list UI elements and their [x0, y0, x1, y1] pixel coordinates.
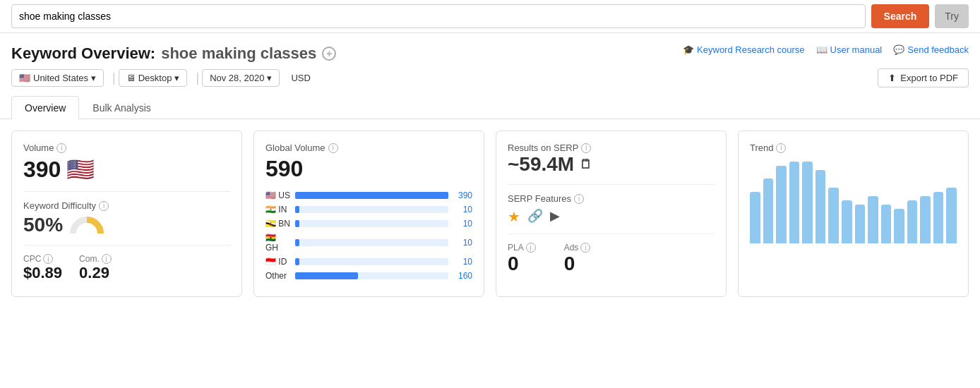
trend-info-icon[interactable]: i — [776, 143, 786, 153]
trend-chart — [750, 162, 957, 246]
bar-fill — [295, 206, 299, 213]
date-filter[interactable]: Nov 28, 2020 ▾ — [202, 69, 280, 87]
page-header: Keyword Overview: shoe making classes + … — [0, 33, 980, 63]
com-label: Com. i — [79, 254, 112, 264]
com-info-icon[interactable]: i — [102, 254, 112, 264]
trend-bar — [920, 196, 931, 243]
tab-bulk-analysis[interactable]: Bulk Analysis — [79, 96, 164, 119]
volume-card: Volume i 390 🇺🇸 Keyword Difficulty i 50%… — [11, 131, 242, 297]
bar-count: 10 — [453, 257, 472, 267]
cpc-label-text: CPC — [23, 254, 41, 264]
difficulty-row: 50% — [23, 214, 230, 236]
trend-bar — [776, 166, 787, 243]
separator-2: | — [196, 71, 199, 85]
volume-info-icon[interactable]: i — [56, 143, 66, 153]
bar-row-id: 🇮🇩 ID 10 — [265, 257, 472, 267]
bar-row-gh: 🇬🇭 GH 10 — [265, 233, 472, 253]
secondary-search-button[interactable]: Try — [935, 4, 969, 28]
cards-area: Volume i 390 🇺🇸 Keyword Difficulty i 50%… — [0, 119, 980, 308]
bar-count: 390 — [453, 190, 472, 200]
trend-bar-wrap — [828, 162, 839, 243]
trend-label-text: Trend — [750, 143, 773, 153]
trend-bar — [881, 205, 892, 243]
serp-number: ~59.4M — [508, 153, 574, 176]
us-flag-inline: 🇺🇸 — [66, 156, 95, 183]
country-filter[interactable]: 🇺🇸 United States ▾ — [11, 69, 104, 87]
bar-fill — [295, 258, 299, 265]
bar-row-in: 🇮🇳 IN 10 — [265, 205, 472, 214]
serp-feature-icons: ★ 🔗 ▶ — [508, 208, 715, 225]
export-to-pdf-button[interactable]: ⬆ Export to PDF — [878, 68, 969, 87]
bar-fill — [295, 239, 299, 246]
ads-info-icon[interactable]: i — [580, 243, 590, 253]
cpc-label: CPC i — [23, 254, 62, 264]
page-title: Keyword Overview: shoe making classes + — [11, 44, 336, 63]
divider-2 — [23, 245, 230, 245]
serp-table-icon: 🗒 — [580, 157, 592, 172]
trend-bar — [802, 162, 813, 243]
chat-icon: 💬 — [893, 44, 904, 55]
course-link-label: Keyword Research course — [697, 44, 804, 55]
serp-features-info-icon[interactable]: i — [574, 194, 584, 204]
search-input[interactable] — [11, 4, 866, 28]
difficulty-label-text: Keyword Difficulty — [23, 200, 96, 211]
header-title-area: Keyword Overview: shoe making classes + — [11, 44, 336, 63]
serp-info-icon[interactable]: i — [581, 143, 591, 153]
trend-bar-wrap — [855, 162, 866, 243]
trend-bar-wrap — [946, 162, 957, 243]
separator-1: | — [112, 71, 116, 85]
pla-ads-row: PLA i 0 Ads i 0 — [508, 243, 715, 275]
serp-features-text: SERP Features — [508, 193, 571, 204]
device-filter[interactable]: 🖥 Desktop ▾ — [119, 69, 188, 87]
global-volume-card: Global Volume i 590 🇺🇸 US 390 🇮🇳 IN 10 🇧… — [253, 131, 484, 297]
serp-card: Results on SERP i ~59.4M 🗒 SERP Features… — [496, 131, 727, 297]
global-volume-label: Global Volume i — [265, 143, 472, 153]
header-links: 🎓 Keyword Research course 📖 User manual … — [683, 44, 969, 55]
ads-col: Ads i 0 — [564, 243, 591, 275]
difficulty-label: Keyword Difficulty i — [23, 200, 230, 211]
trend-bar-wrap — [802, 162, 813, 243]
volume-value: 390 🇺🇸 — [23, 156, 230, 183]
volume-label: Volume i — [23, 143, 230, 153]
add-keyword-icon[interactable]: + — [322, 47, 336, 61]
bar-fill — [295, 192, 448, 199]
bar-flag: 🇮🇳 IN — [265, 205, 291, 214]
pla-col: PLA i 0 — [508, 243, 536, 275]
subheader: 🇺🇸 United States ▾ | 🖥 Desktop ▾ | Nov 2… — [0, 63, 980, 87]
difficulty-info-icon[interactable]: i — [99, 201, 109, 211]
trend-bar — [946, 188, 957, 243]
trend-bar-wrap — [776, 162, 787, 243]
tab-overview[interactable]: Overview — [11, 96, 79, 119]
trend-bar-wrap — [920, 162, 931, 243]
bar-flag: Other — [265, 271, 291, 281]
trend-bar — [763, 178, 774, 243]
search-button[interactable]: Search — [871, 4, 930, 28]
top-bar: Search Try — [0, 0, 980, 33]
ads-label: Ads i — [564, 243, 591, 253]
bar-count: 160 — [453, 271, 472, 281]
cpc-value: $0.89 — [23, 264, 62, 282]
send-feedback-link[interactable]: 💬 Send feedback — [893, 44, 969, 55]
trend-bar — [789, 162, 800, 243]
global-volume-info-icon[interactable]: i — [328, 143, 338, 153]
trend-bar — [855, 205, 866, 243]
bar-count: 10 — [453, 238, 472, 248]
bar-flag: 🇺🇸 US — [265, 190, 291, 200]
user-manual-link[interactable]: 📖 User manual — [816, 44, 883, 55]
cpc-info-icon[interactable]: i — [43, 254, 53, 264]
us-flag-icon: 🇺🇸 — [19, 73, 30, 83]
volume-bar-list: 🇺🇸 US 390 🇮🇳 IN 10 🇧🇳 BN 10 🇬🇭 GH 10 — [265, 190, 472, 281]
bar-flag: 🇧🇳 BN — [265, 219, 291, 229]
title-static-text: Keyword Overview: — [11, 44, 155, 63]
trend-card: Trend i — [738, 131, 969, 297]
difficulty-value: 50% — [23, 214, 63, 236]
trend-bar — [842, 200, 852, 243]
keyword-research-course-link[interactable]: 🎓 Keyword Research course — [683, 44, 804, 55]
serp-value: ~59.4M 🗒 — [508, 153, 715, 176]
serp-divider-1 — [508, 184, 715, 185]
serp-features-label: SERP Features i — [508, 193, 715, 204]
trend-bar-wrap — [815, 162, 826, 243]
pla-info-icon[interactable]: i — [526, 243, 536, 253]
country-label: United States — [33, 73, 88, 83]
pla-label-text: PLA — [508, 243, 524, 253]
